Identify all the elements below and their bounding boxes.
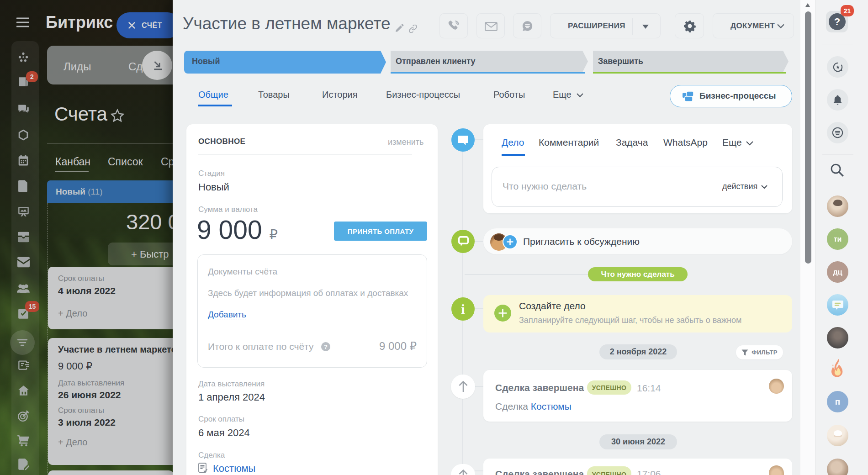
svg-text:?: ? [324,343,328,350]
